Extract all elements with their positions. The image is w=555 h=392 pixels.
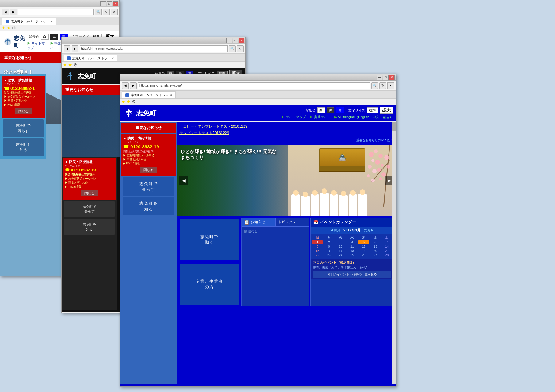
menu-shiru-3[interactable]: 志免町を 知る: [123, 197, 174, 215]
search-btn-3[interactable]: 🔍: [371, 82, 378, 89]
cal-day-7[interactable]: 7: [381, 240, 393, 244]
scrollbar-thumb-3[interactable]: [392, 122, 396, 131]
tab-topics-3[interactable]: トピックス: [275, 218, 309, 226]
refresh-btn-1[interactable]: ↻: [103, 9, 110, 15]
cal-day-27[interactable]: 27: [370, 253, 381, 257]
disaster-link-3c[interactable]: ▶ PM2.5情報: [123, 161, 174, 165]
bg-blue-btn-3[interactable]: 青: [336, 107, 344, 113]
notice-link-3b[interactable]: テンプレートテスト20161229: [179, 130, 393, 136]
back-btn-1[interactable]: ◀: [2, 9, 9, 15]
nav-sitemap-1[interactable]: サイトマップ: [27, 41, 46, 50]
cal-day-18[interactable]: 18: [346, 249, 358, 253]
cal-day-12[interactable]: 12: [358, 245, 369, 249]
refresh-btn-3[interactable]: ↻: [379, 82, 386, 89]
maximize-btn-2[interactable]: □: [233, 38, 238, 43]
menu-shiru-2[interactable]: 志免町を 知る: [64, 219, 115, 235]
hero-nav-left-3[interactable]: ◀: [179, 176, 188, 185]
cal-day-26[interactable]: 26: [358, 253, 369, 257]
cal-day-5[interactable]: 5: [358, 240, 369, 244]
bg-black-btn-1[interactable]: 黒: [50, 34, 58, 40]
bg-white-btn-3[interactable]: 白: [317, 107, 325, 113]
url-box-1[interactable]: [18, 9, 94, 15]
menu-kurasu-2[interactable]: 志免町で 暮らす: [64, 201, 115, 217]
disaster-link-2b[interactable]: ▶ 志免町防災メール申込: [65, 177, 114, 181]
nav-mobile-3[interactable]: 携帯サイト: [310, 115, 331, 119]
cal-day-2[interactable]: 2: [323, 240, 335, 244]
tab-close-2[interactable]: ✕: [111, 57, 114, 60]
menu-kurasu-3[interactable]: 志免町で 暮らす: [123, 177, 174, 196]
window-controls-2[interactable]: — □ ✕: [226, 38, 244, 43]
disaster-link-1a[interactable]: 防災行政無線の音声案: [4, 91, 43, 95]
scrollbar-3[interactable]: [392, 122, 396, 384]
cal-day-8[interactable]: 8: [312, 245, 323, 249]
browser-tab-3[interactable]: 志免町ホームページ トッ... ✕: [122, 91, 176, 98]
window-controls-3[interactable]: — □ ✕: [377, 75, 395, 80]
cal-day-14[interactable]: 14: [381, 245, 393, 249]
close-btn-2[interactable]: ✕: [239, 38, 244, 43]
menu-kigyou-3[interactable]: 企業、事業者 の方: [180, 264, 239, 305]
back-btn-3[interactable]: ◀: [122, 82, 129, 89]
disaster-link-2a[interactable]: 防災行政無線の音声案内: [65, 173, 114, 177]
search-btn-2[interactable]: 🔍: [229, 45, 236, 52]
forward-btn-3[interactable]: ▶: [130, 82, 137, 89]
url-box-2[interactable]: http://shime-cms.netcrew.co.jp/: [80, 45, 228, 52]
cal-day-15[interactable]: 15: [312, 249, 323, 253]
cal-day-9[interactable]: 9: [323, 245, 335, 249]
cal-day-4[interactable]: 4: [346, 240, 358, 244]
disaster-link-3a[interactable]: ▶ 志免町防災メール申込: [123, 153, 174, 157]
tab-oshirase-3[interactable]: 📋 お知らせ: [242, 218, 275, 226]
rss-link-3[interactable]: 重要なお知らせのRSS配信: [356, 138, 393, 142]
cal-day-22[interactable]: 22: [312, 253, 323, 257]
nav-multi-3[interactable]: Multilingual（English・中文・한글）: [334, 115, 393, 119]
forward-btn-1[interactable]: ▶: [10, 9, 17, 15]
cal-prev-3[interactable]: ◀前月: [330, 228, 340, 233]
stop-btn-1[interactable]: ✕: [111, 9, 118, 15]
disaster-link-3b[interactable]: ▶ 雨量と河川水位: [123, 157, 174, 161]
browser-tab-2[interactable]: 志免町ホームページ トッ... ✕: [64, 55, 117, 61]
back-btn-2[interactable]: ◀: [64, 45, 70, 52]
tab-close-1[interactable]: ✕: [50, 20, 53, 23]
maximize-btn-1[interactable]: □: [107, 1, 112, 6]
cal-day-21[interactable]: 21: [381, 249, 393, 253]
nav-sitemap-3[interactable]: サイトマップ: [281, 115, 306, 119]
stop-btn-3[interactable]: ✕: [387, 82, 394, 89]
forward-btn-2[interactable]: ▶: [72, 45, 78, 52]
disaster-close-2[interactable]: 閉じる: [81, 190, 98, 196]
disaster-close-1[interactable]: 閉じる: [15, 108, 32, 114]
disaster-link-2c[interactable]: ▶ 雨量と河川水位: [65, 181, 114, 185]
cal-day-25[interactable]: 25: [346, 253, 358, 257]
notice-link-3a[interactable]: （コピー）テンプレートテスト20161229: [179, 124, 393, 129]
search-btn-1[interactable]: 🔍: [95, 9, 102, 15]
menu-hataraku-3[interactable]: 志免町で 働く: [180, 219, 239, 260]
cal-day-24[interactable]: 24: [335, 253, 346, 257]
disaster-link-1c[interactable]: ▶ 雨量と河川水位: [4, 99, 43, 103]
menu-kurasu-1[interactable]: 志免町で 暮らす: [3, 119, 44, 137]
disaster-link-1b[interactable]: ▶ 志免町防災メール申込: [4, 95, 43, 99]
maximize-btn-3[interactable]: □: [383, 75, 389, 80]
bg-black-btn-3[interactable]: 黒: [327, 107, 334, 113]
cal-day-23[interactable]: 23: [323, 253, 335, 257]
event-list-btn-3[interactable]: 本日のイベント・行事の一覧を見る: [313, 271, 391, 278]
url-box-3[interactable]: http://shime-cms.netcrew.co.jp/: [138, 82, 370, 89]
cal-day-1[interactable]: 1: [312, 240, 323, 244]
cal-day-16[interactable]: 16: [323, 249, 335, 253]
browser-tab-1[interactable]: 志免町ホームページ トッ... ✕: [2, 18, 56, 25]
close-btn-1[interactable]: ✕: [113, 1, 118, 6]
notice-bar-3[interactable]: 重要なお知らせ: [121, 123, 176, 133]
disaster-close-3[interactable]: 閉じる: [140, 167, 157, 173]
disaster-link-2d[interactable]: ▶ PM2.5情報: [65, 185, 114, 189]
disaster-link-1d[interactable]: ▶ PM2.5情報: [4, 103, 43, 107]
cal-day-13[interactable]: 13: [370, 245, 381, 249]
cal-day-28[interactable]: 28: [381, 253, 393, 257]
bg-white-btn-1[interactable]: 白: [41, 34, 49, 40]
cal-day-19[interactable]: 19: [358, 249, 369, 253]
cal-day-10[interactable]: 10: [335, 245, 346, 249]
refresh-btn-2[interactable]: ↻: [237, 45, 244, 52]
size-std-btn-3[interactable]: 標準: [367, 107, 378, 113]
cal-day-3[interactable]: 3: [335, 240, 346, 244]
menu-shiru-1[interactable]: 志免町を 知る: [3, 138, 44, 156]
window-controls-1[interactable]: — □ ✕: [100, 1, 118, 6]
close-btn-3[interactable]: ✕: [389, 75, 395, 80]
cal-day-20[interactable]: 20: [370, 249, 381, 253]
tab-close-3[interactable]: ✕: [170, 94, 172, 97]
